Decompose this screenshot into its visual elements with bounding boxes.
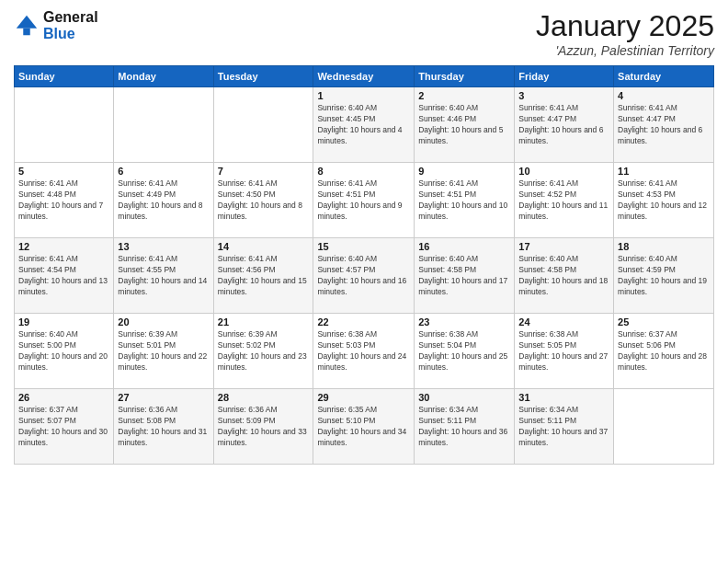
table-row: 24Sunrise: 6:38 AM Sunset: 5:05 PM Dayli… — [515, 314, 614, 389]
table-row: 6Sunrise: 6:41 AM Sunset: 4:49 PM Daylig… — [114, 163, 213, 238]
table-row: 22Sunrise: 6:38 AM Sunset: 5:03 PM Dayli… — [313, 314, 415, 389]
day-number: 30 — [418, 392, 510, 403]
day-number: 12 — [18, 241, 109, 252]
day-number: 27 — [118, 392, 209, 403]
logo-text: General Blue — [43, 9, 98, 41]
table-row: 4Sunrise: 6:41 AM Sunset: 4:47 PM Daylig… — [614, 87, 714, 163]
day-number: 3 — [518, 90, 609, 101]
table-row: 26Sunrise: 6:37 AM Sunset: 5:07 PM Dayli… — [15, 389, 114, 465]
day-number: 26 — [18, 392, 109, 403]
col-saturday: Saturday — [614, 66, 714, 87]
table-row: 5Sunrise: 6:41 AM Sunset: 4:48 PM Daylig… — [15, 163, 114, 238]
day-number: 15 — [317, 241, 410, 252]
day-info: Sunrise: 6:40 AM Sunset: 4:59 PM Dayligh… — [618, 254, 710, 298]
day-info: Sunrise: 6:41 AM Sunset: 4:56 PM Dayligh… — [218, 254, 310, 298]
table-row: 28Sunrise: 6:36 AM Sunset: 5:09 PM Dayli… — [213, 389, 313, 465]
table-row: 20Sunrise: 6:39 AM Sunset: 5:01 PM Dayli… — [114, 314, 213, 389]
day-info: Sunrise: 6:41 AM Sunset: 4:49 PM Dayligh… — [118, 178, 209, 223]
day-number: 17 — [518, 241, 609, 252]
table-row: 16Sunrise: 6:40 AM Sunset: 4:58 PM Dayli… — [415, 238, 515, 314]
day-info: Sunrise: 6:40 AM Sunset: 4:58 PM Dayligh… — [518, 254, 609, 298]
table-row: 17Sunrise: 6:40 AM Sunset: 4:58 PM Dayli… — [515, 238, 614, 314]
calendar-week-row: 26Sunrise: 6:37 AM Sunset: 5:07 PM Dayli… — [15, 389, 714, 465]
day-info: Sunrise: 6:41 AM Sunset: 4:52 PM Dayligh… — [518, 178, 609, 223]
col-friday: Friday — [515, 66, 614, 87]
day-info: Sunrise: 6:41 AM Sunset: 4:51 PM Dayligh… — [418, 178, 510, 223]
table-row: 11Sunrise: 6:41 AM Sunset: 4:53 PM Dayli… — [614, 163, 714, 238]
table-row: 21Sunrise: 6:39 AM Sunset: 5:02 PM Dayli… — [213, 314, 313, 389]
day-number: 1 — [317, 90, 410, 101]
day-number: 28 — [218, 392, 310, 403]
day-info: Sunrise: 6:41 AM Sunset: 4:53 PM Dayligh… — [618, 178, 710, 223]
table-row: 10Sunrise: 6:41 AM Sunset: 4:52 PM Dayli… — [515, 163, 614, 238]
table-row: 9Sunrise: 6:41 AM Sunset: 4:51 PM Daylig… — [415, 163, 515, 238]
day-number: 29 — [317, 392, 410, 403]
title-block: January 2025 'Azzun, Palestinian Territo… — [536, 9, 714, 58]
day-number: 4 — [618, 90, 710, 101]
day-info: Sunrise: 6:41 AM Sunset: 4:47 PM Dayligh… — [618, 103, 710, 147]
day-number: 25 — [618, 316, 710, 327]
day-info: Sunrise: 6:34 AM Sunset: 5:11 PM Dayligh… — [518, 405, 609, 449]
table-row: 2Sunrise: 6:40 AM Sunset: 4:46 PM Daylig… — [415, 87, 515, 163]
table-row — [213, 87, 313, 163]
day-info: Sunrise: 6:36 AM Sunset: 5:08 PM Dayligh… — [118, 405, 209, 449]
table-row: 25Sunrise: 6:37 AM Sunset: 5:06 PM Dayli… — [614, 314, 714, 389]
table-row: 23Sunrise: 6:38 AM Sunset: 5:04 PM Dayli… — [415, 314, 515, 389]
day-info: Sunrise: 6:40 AM Sunset: 4:58 PM Dayligh… — [418, 254, 510, 298]
svg-rect-1 — [23, 28, 29, 34]
day-info: Sunrise: 6:38 AM Sunset: 5:05 PM Dayligh… — [518, 329, 609, 373]
day-number: 24 — [518, 316, 609, 327]
day-info: Sunrise: 6:38 AM Sunset: 5:04 PM Dayligh… — [418, 329, 510, 373]
table-row: 29Sunrise: 6:35 AM Sunset: 5:10 PM Dayli… — [313, 389, 415, 465]
logo: General Blue — [14, 9, 98, 41]
header: General Blue January 2025 'Azzun, Palest… — [14, 9, 714, 58]
day-number: 8 — [317, 166, 410, 177]
col-tuesday: Tuesday — [213, 66, 313, 87]
day-info: Sunrise: 6:39 AM Sunset: 5:02 PM Dayligh… — [218, 329, 310, 373]
day-info: Sunrise: 6:36 AM Sunset: 5:09 PM Dayligh… — [218, 405, 310, 449]
table-row: 3Sunrise: 6:41 AM Sunset: 4:47 PM Daylig… — [515, 87, 614, 163]
table-row: 15Sunrise: 6:40 AM Sunset: 4:57 PM Dayli… — [313, 238, 415, 314]
calendar-week-row: 19Sunrise: 6:40 AM Sunset: 5:00 PM Dayli… — [15, 314, 714, 389]
table-row: 1Sunrise: 6:40 AM Sunset: 4:45 PM Daylig… — [313, 87, 415, 163]
day-info: Sunrise: 6:40 AM Sunset: 4:45 PM Dayligh… — [317, 103, 410, 147]
col-thursday: Thursday — [415, 66, 515, 87]
table-row: 19Sunrise: 6:40 AM Sunset: 5:00 PM Dayli… — [15, 314, 114, 389]
table-row: 7Sunrise: 6:41 AM Sunset: 4:50 PM Daylig… — [213, 163, 313, 238]
day-number: 20 — [118, 316, 209, 327]
table-row: 14Sunrise: 6:41 AM Sunset: 4:56 PM Dayli… — [213, 238, 313, 314]
day-number: 5 — [18, 166, 109, 177]
page: General Blue January 2025 'Azzun, Palest… — [0, 0, 728, 563]
table-row: 30Sunrise: 6:34 AM Sunset: 5:11 PM Dayli… — [415, 389, 515, 465]
calendar-header-row: Sunday Monday Tuesday Wednesday Thursday… — [15, 66, 714, 87]
table-row: 13Sunrise: 6:41 AM Sunset: 4:55 PM Dayli… — [114, 238, 213, 314]
calendar-week-row: 1Sunrise: 6:40 AM Sunset: 4:45 PM Daylig… — [15, 87, 714, 163]
day-number: 21 — [218, 316, 310, 327]
svg-marker-0 — [17, 15, 37, 28]
day-number: 23 — [418, 316, 510, 327]
day-info: Sunrise: 6:40 AM Sunset: 4:46 PM Dayligh… — [418, 103, 510, 147]
calendar-table: Sunday Monday Tuesday Wednesday Thursday… — [14, 65, 714, 465]
table-row — [614, 389, 714, 465]
day-info: Sunrise: 6:41 AM Sunset: 4:51 PM Dayligh… — [317, 178, 410, 223]
day-info: Sunrise: 6:41 AM Sunset: 4:50 PM Dayligh… — [218, 178, 310, 223]
month-title: January 2025 — [536, 9, 714, 43]
calendar-week-row: 12Sunrise: 6:41 AM Sunset: 4:54 PM Dayli… — [15, 238, 714, 314]
col-sunday: Sunday — [15, 66, 114, 87]
table-row: 8Sunrise: 6:41 AM Sunset: 4:51 PM Daylig… — [313, 163, 415, 238]
day-info: Sunrise: 6:34 AM Sunset: 5:11 PM Dayligh… — [418, 405, 510, 449]
day-number: 6 — [118, 166, 209, 177]
day-number: 2 — [418, 90, 510, 101]
day-info: Sunrise: 6:41 AM Sunset: 4:48 PM Dayligh… — [18, 178, 109, 223]
day-number: 7 — [218, 166, 310, 177]
day-number: 31 — [518, 392, 609, 403]
day-number: 9 — [418, 166, 510, 177]
col-wednesday: Wednesday — [313, 66, 415, 87]
day-info: Sunrise: 6:37 AM Sunset: 5:06 PM Dayligh… — [618, 329, 710, 373]
day-info: Sunrise: 6:40 AM Sunset: 5:00 PM Dayligh… — [18, 329, 109, 373]
table-row: 12Sunrise: 6:41 AM Sunset: 4:54 PM Dayli… — [15, 238, 114, 314]
table-row — [114, 87, 213, 163]
table-row — [15, 87, 114, 163]
location: 'Azzun, Palestinian Territory — [536, 43, 714, 58]
table-row: 31Sunrise: 6:34 AM Sunset: 5:11 PM Dayli… — [515, 389, 614, 465]
